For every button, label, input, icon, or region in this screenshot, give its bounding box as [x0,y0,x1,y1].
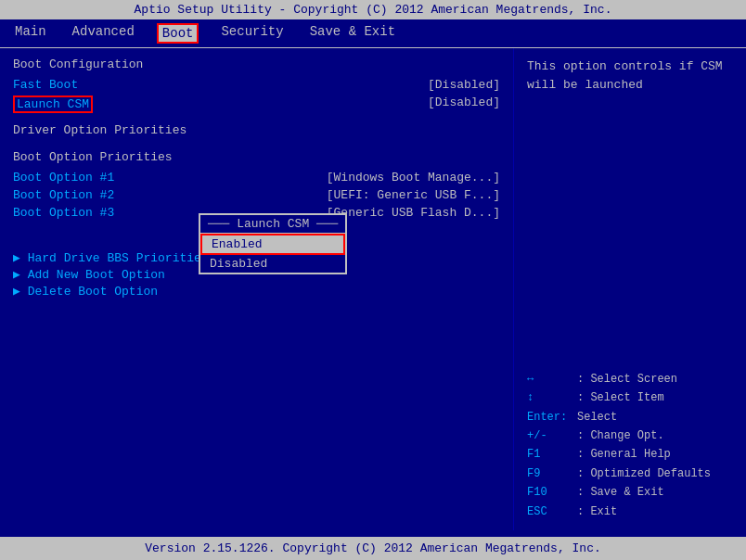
boot-option-3-value: [Generic USB Flash D...] [327,206,500,220]
title-bar: Aptio Setup Utility - Copyright (C) 2012… [0,0,746,19]
driver-priorities-title: Driver Option Priorities [13,123,500,137]
key-f10: F10 : Save & Exit [527,483,733,502]
key-sym-f9: F9 [527,465,573,483]
boot-option-2-value: [UEFI: Generic USB F...] [327,188,500,202]
boot-priorities-title: Boot Option Priorities [13,150,500,164]
key-esc: ESC : Exit [527,503,733,521]
fast-boot-row: Fast Boot [Disabled] [13,77,500,93]
fast-boot-value: [Disabled] [428,78,500,92]
key-desc-f9: : Optimized Defaults [577,465,711,483]
launch-csm-row[interactable]: Launch CSM [Disabled] [13,95,500,114]
fast-boot-label: Fast Boot [13,78,78,92]
key-desc-esc: : Exit [577,503,617,521]
menu-item-save---exit[interactable]: Save & Exit [306,23,399,44]
help-text: This option controls if CSM will be laun… [527,57,733,94]
footer: Version 2.15.1226. Copyright (C) 2012 Am… [0,537,746,560]
key-desc-enter: Select [577,408,617,426]
boot-option-3-label: Boot Option #3 [13,206,114,220]
menu-item-boot[interactable]: Boot [157,23,199,44]
popup-option-enabled[interactable]: Enabled [200,234,345,255]
key-sym-plusminus: +/- [527,426,573,445]
key-sym-updown: ↕ [527,388,573,407]
menu-item-advanced[interactable]: Advanced [69,23,138,44]
menu-bar: MainAdvancedBootSecuritySave & Exit [0,19,746,48]
boot-option-2-row: Boot Option #2 [UEFI: Generic USB F...] [13,187,500,203]
key-desc-f1: : General Help [577,445,671,464]
key-desc-select-screen: : Select Screen [577,370,677,388]
key-enter: Enter: Select [527,408,733,426]
menu-item-security[interactable]: Security [217,23,287,44]
delete-boot-item[interactable]: Delete Boot Option [13,284,500,299]
launch-csm-value: [Disabled] [428,95,500,113]
key-sym-esc: ESC [527,503,573,521]
key-legend: ↔ : Select Screen ↕ : Select Item Enter:… [527,370,733,521]
key-desc-f10: : Save & Exit [577,483,664,502]
key-select-screen: ↔ : Select Screen [527,370,733,388]
key-f1: F1 : General Help [527,445,733,464]
key-sym-f10: F10 [527,483,573,502]
key-sym-f1: F1 [527,445,573,464]
title-text: Aptio Setup Utility - Copyright (C) 2012… [135,3,612,17]
boot-option-1-value: [Windows Boot Manage...] [327,171,500,185]
popup-option-disabled[interactable]: Disabled [200,255,345,273]
key-change-opt: +/- : Change Opt. [527,426,733,445]
popup-title: ─── Launch CSM ─── [200,215,345,234]
boot-config-title: Boot Configuration [13,57,500,71]
menu-item-main[interactable]: Main [11,23,50,44]
launch-csm-popup: ─── Launch CSM ─── Enabled Disabled [199,213,347,274]
key-sym-arrows: ↔ [527,370,573,388]
boot-option-1-row: Boot Option #1 [Windows Boot Manage...] [13,170,500,185]
launch-csm-label[interactable]: Launch CSM [13,95,93,113]
key-desc-change-opt: : Change Opt. [577,426,664,445]
right-panel: This option controls if CSM will be laun… [514,48,746,530]
main-content: Boot Configuration Fast Boot [Disabled] … [0,48,746,530]
left-panel: Boot Configuration Fast Boot [Disabled] … [0,48,514,530]
footer-text: Version 2.15.1226. Copyright (C) 2012 Am… [145,541,600,555]
key-sym-enter: Enter: [527,408,573,426]
key-desc-select-item: : Select Item [577,388,664,407]
key-select-item: ↕ : Select Item [527,388,733,407]
boot-option-1-label: Boot Option #1 [13,171,114,185]
boot-option-2-label: Boot Option #2 [13,188,114,202]
key-f9: F9 : Optimized Defaults [527,465,733,483]
